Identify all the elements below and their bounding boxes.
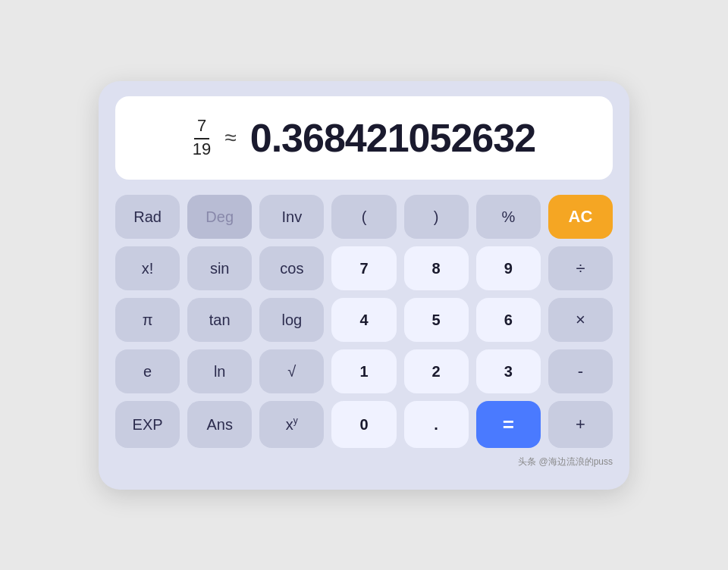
1-button[interactable]: 1	[331, 349, 396, 393]
dot-button[interactable]: .	[404, 401, 469, 448]
equals-button[interactable]: =	[476, 401, 541, 448]
power-button[interactable]: xy	[259, 401, 324, 448]
6-button[interactable]: 6	[476, 298, 541, 342]
ac-button[interactable]: AC	[548, 195, 613, 239]
plus-button[interactable]: +	[548, 401, 613, 448]
display: 7 19 ≈ 0.368421052632	[115, 96, 613, 180]
tan-button[interactable]: tan	[187, 298, 252, 342]
8-button[interactable]: 8	[404, 246, 469, 290]
inv-button[interactable]: Inv	[259, 195, 324, 239]
divide-button[interactable]: ÷	[548, 246, 613, 290]
3-button[interactable]: 3	[476, 349, 541, 393]
fraction-display: 7 19	[193, 116, 211, 159]
numerator: 7	[194, 116, 209, 139]
sqrt-button[interactable]: √	[259, 349, 324, 393]
log-button[interactable]: log	[259, 298, 324, 342]
7-button[interactable]: 7	[331, 246, 396, 290]
ln-button[interactable]: ln	[187, 349, 252, 393]
multiply-button[interactable]: ×	[548, 298, 613, 342]
exp-button[interactable]: EXP	[115, 401, 180, 448]
approx-symbol: ≈	[224, 126, 236, 150]
factorial-button[interactable]: x!	[115, 246, 180, 290]
4-button[interactable]: 4	[331, 298, 396, 342]
ans-button[interactable]: Ans	[187, 401, 252, 448]
e-button[interactable]: e	[115, 349, 180, 393]
9-button[interactable]: 9	[476, 246, 541, 290]
footer: 头条 @海边流浪的puss	[115, 456, 613, 468]
5-button[interactable]: 5	[404, 298, 469, 342]
rad-button[interactable]: Rad	[115, 195, 180, 239]
cos-button[interactable]: cos	[259, 246, 324, 290]
display-value: 0.368421052632	[250, 115, 535, 161]
2-button[interactable]: 2	[404, 349, 469, 393]
percent-button[interactable]: %	[476, 195, 541, 239]
open-paren-button[interactable]: (	[331, 195, 396, 239]
button-grid: Rad Deg Inv ( ) % AC x! sin cos 7 8 9 ÷ …	[115, 195, 613, 448]
sin-button[interactable]: sin	[187, 246, 252, 290]
deg-button[interactable]: Deg	[187, 195, 252, 239]
calculator: 7 19 ≈ 0.368421052632 Rad Deg Inv ( ) % …	[99, 81, 629, 490]
denominator: 19	[193, 139, 211, 159]
minus-button[interactable]: -	[548, 349, 613, 393]
pi-button[interactable]: π	[115, 298, 180, 342]
close-paren-button[interactable]: )	[404, 195, 469, 239]
0-button[interactable]: 0	[331, 401, 396, 448]
